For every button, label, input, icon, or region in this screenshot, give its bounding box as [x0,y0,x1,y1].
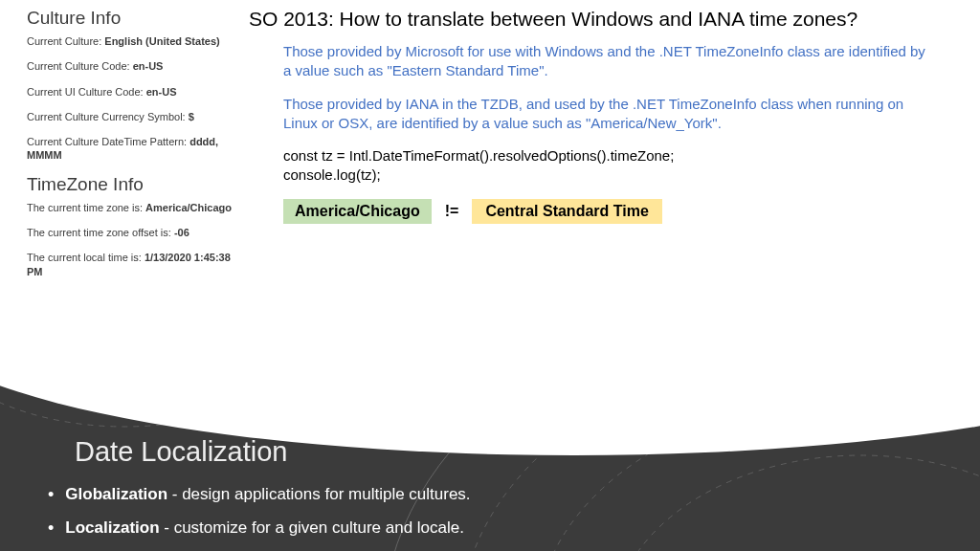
culture-line: Current Culture Code: en-US [27,59,249,73]
bullet-localization: Localization - customize for a given cul… [48,518,942,539]
culture-line: Current Culture DateTime Pattern: dddd, … [27,135,249,163]
windows-tz-tag: Central Standard Time [472,199,661,224]
tz-line: The current time zone is: America/Chicag… [27,201,249,214]
not-equal-operator: != [445,203,459,220]
so-question-title: SO 2013: How to translate between Window… [249,8,951,31]
comparison-row: America/Chicago != Central Standard Time [249,199,951,224]
culture-info-title: Culture Info [27,8,249,29]
culture-line: Current UI Culture Code: en-US [27,85,249,99]
culture-line: Current Culture: English (United States) [27,34,249,48]
bottom-section: Date Localization Globalization - design… [0,341,980,551]
iana-tz-tag: America/Chicago [283,199,432,224]
tz-line: The current local time is: 1/13/2020 1:4… [27,251,249,278]
bullet-globalization: Globalization - design applications for … [48,485,942,505]
tz-line: The current time zone offset is: -06 [27,226,249,239]
so-para-1: Those provided by Microsoft for use with… [249,42,951,81]
culture-line: Current Culture Currency Symbol: $ [27,110,249,123]
timezone-info-title: TimeZone Info [27,174,249,195]
so-para-2: Those provided by IANA in the TZDB, and … [249,95,951,134]
date-localization-title: Date Localization [75,436,942,468]
code-snippet: const tz = Intl.DateTimeFormat().resolve… [249,146,951,186]
